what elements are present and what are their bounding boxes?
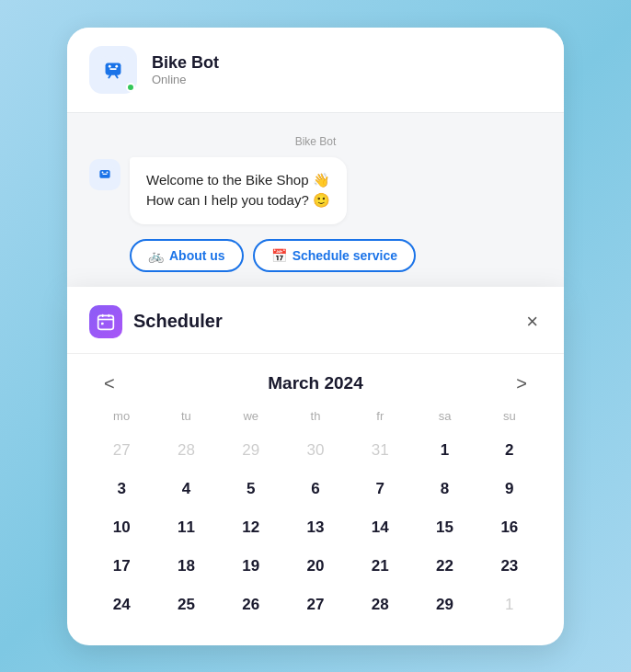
svg-point-1 [109, 64, 111, 67]
day-cell[interactable]: 2 [477, 432, 542, 469]
svg-point-5 [107, 171, 109, 173]
month-label: March 2024 [268, 373, 363, 393]
bot-avatar [89, 46, 137, 94]
day-cell: 31 [348, 432, 412, 469]
day-header-mo: mo [89, 405, 154, 427]
bot-info: Bike Bot Online [152, 53, 219, 86]
day-cell[interactable]: 5 [219, 471, 283, 507]
day-cell[interactable]: 10 [89, 509, 154, 546]
day-cell[interactable]: 16 [477, 509, 542, 546]
message-bubble: Welcome to the Bike Shop 👋 How can I hel… [130, 157, 347, 224]
day-cell[interactable]: 13 [283, 509, 348, 546]
calendar-nav: < March 2024 > [67, 354, 564, 405]
day-cell[interactable]: 17 [89, 548, 154, 585]
prev-month-button[interactable]: < [97, 370, 122, 396]
day-header-sa: sa [412, 405, 476, 427]
day-cell[interactable]: 20 [283, 548, 348, 585]
day-headers: mo tu we th fr sa su [89, 405, 542, 427]
day-cell[interactable]: 25 [154, 587, 218, 623]
message-row: Welcome to the Bike Shop 👋 How can I hel… [89, 157, 542, 224]
day-cell[interactable]: 28 [348, 587, 412, 623]
day-cell[interactable]: 9 [477, 471, 542, 507]
day-cell[interactable]: 22 [412, 548, 476, 585]
day-cell[interactable]: 26 [219, 587, 283, 623]
schedule-service-button[interactable]: 📅 Schedule service [253, 239, 416, 272]
about-us-emoji: 🚲 [148, 248, 164, 263]
day-cell: 1 [477, 587, 542, 623]
svg-rect-8 [109, 313, 110, 316]
close-button[interactable]: × [526, 312, 538, 332]
schedule-emoji: 📅 [271, 248, 287, 263]
day-cell[interactable]: 18 [154, 548, 218, 585]
scheduler-title-row: Scheduler [89, 305, 223, 338]
bot-status: Online [152, 73, 219, 86]
day-cell: 27 [89, 432, 154, 469]
day-header-we: we [219, 405, 283, 427]
scheduler-header: Scheduler × [67, 287, 564, 354]
quick-replies: 🚲 About us 📅 Schedule service [89, 239, 542, 272]
day-cell[interactable]: 1 [412, 432, 476, 469]
day-cell: 29 [219, 432, 283, 469]
day-cell[interactable]: 21 [348, 548, 412, 585]
day-cell[interactable]: 3 [89, 471, 154, 507]
day-cell[interactable]: 29 [412, 587, 476, 623]
chat-card: Bike Bot Online Bike Bot Welcome to t [67, 28, 564, 287]
bot-name: Bike Bot [152, 53, 219, 73]
scheduler-title: Scheduler [133, 311, 223, 332]
day-cell[interactable]: 7 [348, 471, 412, 507]
svg-point-2 [115, 64, 118, 67]
main-wrapper: Bike Bot Online Bike Bot Welcome to t [67, 28, 564, 645]
scheduler-icon [89, 305, 122, 338]
day-cell[interactable]: 6 [283, 471, 348, 507]
day-cell[interactable]: 12 [219, 509, 283, 546]
svg-rect-7 [102, 313, 104, 316]
day-grid: 2728293031123456789101112131415161718192… [89, 432, 542, 623]
day-cell[interactable]: 23 [477, 548, 542, 585]
day-header-su: su [477, 405, 542, 427]
next-month-button[interactable]: > [509, 370, 534, 396]
day-cell[interactable]: 8 [412, 471, 476, 507]
day-cell[interactable]: 24 [89, 587, 154, 623]
about-us-label: About us [169, 248, 225, 263]
day-cell[interactable]: 19 [219, 548, 283, 585]
message-sender-label: Bike Bot [89, 135, 542, 148]
day-header-tu: tu [154, 405, 218, 427]
scheduler-card: Scheduler × < March 2024 > mo tu we th f… [67, 287, 564, 645]
day-cell: 30 [283, 432, 348, 469]
chat-header: Bike Bot Online [67, 28, 564, 113]
day-header-fr: fr [348, 405, 412, 427]
schedule-label: Schedule service [293, 248, 397, 263]
day-cell[interactable]: 14 [348, 509, 412, 546]
svg-rect-9 [101, 322, 104, 325]
chat-body: Bike Bot Welcome to the Bike Shop 👋 How … [67, 113, 564, 287]
svg-rect-6 [98, 315, 114, 329]
day-cell[interactable]: 4 [154, 471, 218, 507]
day-header-th: th [283, 405, 348, 427]
day-cell[interactable]: 15 [412, 509, 476, 546]
message-line1: Welcome to the Bike Shop 👋 [146, 172, 330, 188]
day-cell: 28 [154, 432, 218, 469]
day-cell[interactable]: 11 [154, 509, 218, 546]
online-indicator [126, 83, 135, 92]
svg-point-4 [102, 171, 104, 173]
day-cell[interactable]: 27 [283, 587, 348, 623]
message-line2: How can I help you today? 🙂 [146, 192, 330, 208]
about-us-button[interactable]: 🚲 About us [130, 239, 244, 272]
calendar-grid: mo tu we th fr sa su 2728293031123456789… [67, 405, 564, 623]
message-avatar [89, 159, 120, 190]
